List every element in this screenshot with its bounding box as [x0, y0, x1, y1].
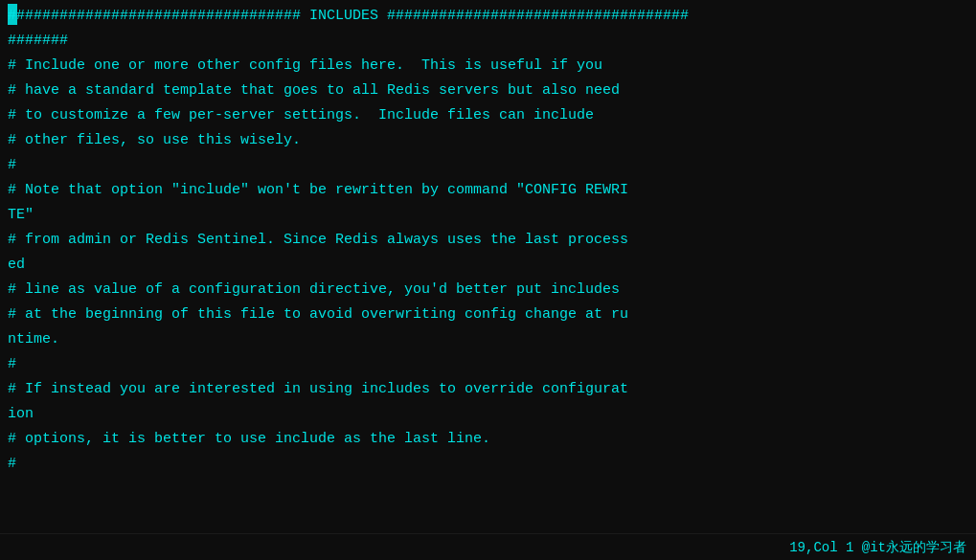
- code-line: # at the beginning of this file to avoid…: [8, 302, 968, 327]
- code-line: # from admin or Redis Sentinel. Since Re…: [8, 228, 968, 253]
- cursor: [8, 4, 17, 25]
- editor-container: ################################## INCLU…: [0, 0, 976, 560]
- code-line: #: [8, 452, 968, 477]
- code-line: ################################## INCLU…: [8, 4, 968, 29]
- code-line: ntime.: [8, 327, 968, 352]
- status-text: 19,Col 1 @it永远的学习者: [789, 539, 966, 556]
- code-line: # Note that option "include" won't be re…: [8, 178, 968, 203]
- code-line: # other files, so use this wisely.: [8, 128, 968, 153]
- code-line: # line as value of a configuration direc…: [8, 278, 968, 302]
- code-line: #######: [8, 29, 968, 54]
- code-line: ion: [8, 402, 968, 427]
- code-line: # Include one or more other config files…: [8, 54, 968, 78]
- code-line: #: [8, 352, 968, 377]
- status-bar: 19,Col 1 @it永远的学习者: [0, 533, 976, 560]
- code-line: # If instead you are interested in using…: [8, 377, 968, 402]
- code-line: # to customize a few per-server settings…: [8, 103, 968, 128]
- code-line: #: [8, 153, 968, 178]
- code-line: ed: [8, 253, 968, 278]
- code-line: TE": [8, 203, 968, 228]
- code-line: # have a standard template that goes to …: [8, 78, 968, 103]
- code-line: # options, it is better to use include a…: [8, 427, 968, 452]
- code-area[interactable]: ################################## INCLU…: [0, 0, 976, 531]
